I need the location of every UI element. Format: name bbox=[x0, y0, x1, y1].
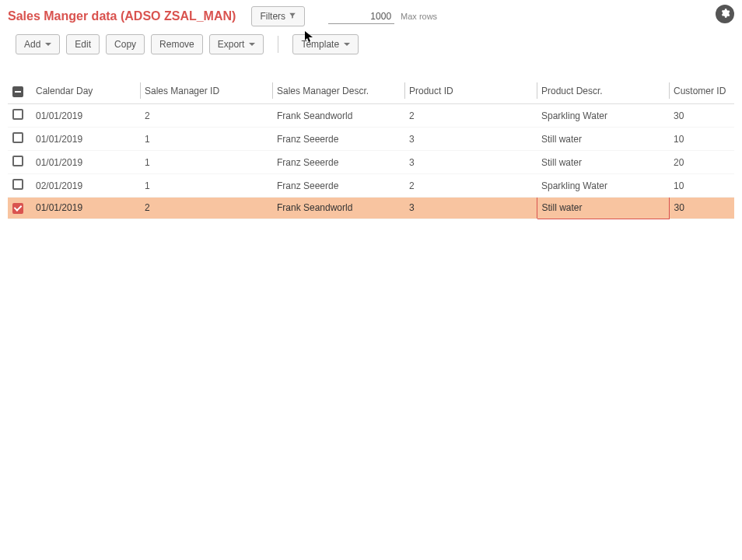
row-checkbox[interactable] bbox=[12, 132, 23, 143]
col-calendar-day[interactable]: Calendar Day bbox=[31, 78, 140, 104]
table-row[interactable]: 01/01/20192Frank Seandworld3Still water3… bbox=[8, 198, 734, 219]
remove-button[interactable]: Remove bbox=[151, 34, 203, 54]
cell[interactable]: 2 bbox=[404, 104, 537, 128]
col-sales-manager-id[interactable]: Sales Manager ID bbox=[140, 78, 272, 104]
template-label: Template bbox=[301, 39, 339, 50]
cell[interactable]: 3 bbox=[404, 128, 537, 151]
cell[interactable]: Still water bbox=[537, 198, 669, 219]
copy-label: Copy bbox=[114, 39, 136, 50]
cell[interactable]: 01/01/2019 bbox=[31, 151, 140, 174]
filter-icon bbox=[289, 11, 296, 22]
col-product-descr[interactable]: Product Descr. bbox=[537, 78, 669, 104]
cell[interactable]: 30 bbox=[669, 198, 734, 219]
max-rows-input[interactable] bbox=[328, 9, 394, 24]
max-rows-label: Max rows bbox=[401, 12, 437, 21]
row-checkbox[interactable] bbox=[12, 203, 23, 214]
select-all-checkbox[interactable] bbox=[12, 86, 23, 97]
col-product-id[interactable]: Product ID bbox=[404, 78, 537, 104]
cell[interactable]: 01/01/2019 bbox=[31, 198, 140, 219]
cell[interactable]: Sparkling Water bbox=[537, 104, 669, 128]
template-button[interactable]: Template bbox=[292, 34, 359, 54]
gear-icon bbox=[719, 8, 730, 21]
col-sales-manager-descr[interactable]: Sales Manager Descr. bbox=[272, 78, 404, 104]
copy-button[interactable]: Copy bbox=[106, 34, 145, 54]
filters-button[interactable]: Filters bbox=[251, 6, 305, 26]
page-title: Sales Manger data (ADSO ZSAL_MAN) bbox=[8, 9, 236, 23]
remove-label: Remove bbox=[159, 39, 194, 50]
cell[interactable]: Still water bbox=[537, 128, 669, 151]
filters-label: Filters bbox=[260, 11, 285, 22]
data-table: Calendar Day Sales Manager ID Sales Mana… bbox=[8, 78, 734, 219]
table-row[interactable]: 02/01/20191Franz Seeerde2Sparkling Water… bbox=[8, 174, 734, 198]
cell[interactable]: 10 bbox=[669, 128, 734, 151]
cell[interactable]: Franz Seeerde bbox=[272, 174, 404, 198]
row-checkbox[interactable] bbox=[12, 109, 23, 120]
cell[interactable]: 1 bbox=[140, 151, 272, 174]
chevron-down-icon bbox=[249, 43, 255, 46]
cell[interactable]: 01/01/2019 bbox=[31, 104, 140, 128]
export-label: Export bbox=[218, 39, 245, 50]
cell[interactable]: 01/01/2019 bbox=[31, 128, 140, 151]
add-label: Add bbox=[24, 39, 40, 50]
cell[interactable]: 2 bbox=[140, 198, 272, 219]
cell[interactable]: 2 bbox=[140, 104, 272, 128]
cell[interactable]: 1 bbox=[140, 174, 272, 198]
settings-button[interactable] bbox=[716, 5, 734, 23]
add-button[interactable]: Add bbox=[16, 34, 60, 54]
row-checkbox[interactable] bbox=[12, 179, 23, 190]
cell[interactable]: 3 bbox=[404, 198, 537, 219]
cell[interactable]: 2 bbox=[404, 174, 537, 198]
chevron-down-icon bbox=[45, 43, 51, 46]
cell[interactable]: 20 bbox=[669, 151, 734, 174]
table-row[interactable]: 01/01/20192Frank Seandworld2Sparkling Wa… bbox=[8, 104, 734, 128]
cell[interactable]: Sparkling Water bbox=[537, 174, 669, 198]
edit-label: Edit bbox=[75, 39, 91, 50]
cell[interactable]: Frank Seandworld bbox=[272, 104, 404, 128]
cell[interactable]: 02/01/2019 bbox=[31, 174, 140, 198]
cell[interactable]: Frank Seandworld bbox=[272, 198, 404, 219]
cell[interactable]: 1 bbox=[140, 128, 272, 151]
cell[interactable]: 10 bbox=[669, 174, 734, 198]
row-checkbox[interactable] bbox=[12, 156, 23, 166]
chevron-down-icon bbox=[344, 43, 350, 46]
cell[interactable]: Still water bbox=[537, 151, 669, 174]
toolbar-divider bbox=[278, 36, 278, 53]
col-customer-id[interactable]: Customer ID bbox=[669, 78, 734, 104]
table-row[interactable]: 01/01/20191Franz Seeerde3Still water20 bbox=[8, 151, 734, 174]
cell[interactable]: 3 bbox=[404, 151, 537, 174]
table-row[interactable]: 01/01/20191Franz Seeerde3Still water10 bbox=[8, 128, 734, 151]
export-button[interactable]: Export bbox=[209, 34, 264, 54]
cell[interactable]: 30 bbox=[669, 104, 734, 128]
cell[interactable]: Franz Seeerde bbox=[272, 128, 404, 151]
cell[interactable]: Franz Seeerde bbox=[272, 151, 404, 174]
edit-button[interactable]: Edit bbox=[66, 34, 100, 54]
